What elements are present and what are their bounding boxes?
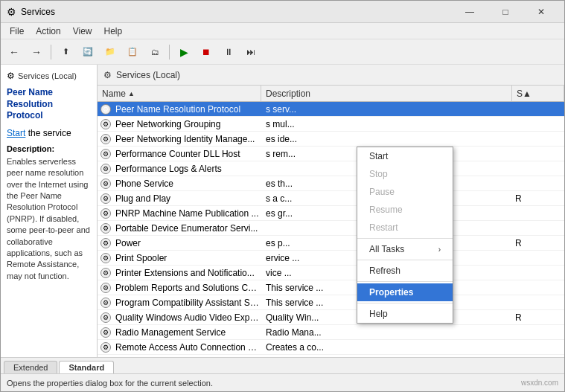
menu-bar: File Action View Help bbox=[1, 23, 564, 39]
service-name: Peer Name Resolution Protocol bbox=[112, 104, 263, 115]
toolbar-stop[interactable]: ⏹ bbox=[196, 42, 217, 62]
toolbar: ← → ⬆ 🔄 📁 📋 🗂 ▶ ⏹ ⏸ ⏭ bbox=[1, 39, 564, 65]
menu-action[interactable]: Action bbox=[30, 25, 66, 38]
service-icon: ⚙ bbox=[99, 222, 112, 235]
context-menu-item-stop: Stop bbox=[357, 165, 453, 183]
context-menu-item-start[interactable]: Start bbox=[357, 147, 453, 165]
context-menu-separator bbox=[357, 260, 453, 260]
service-row[interactable]: ⚙Peer Networking Identity Manage...es id… bbox=[98, 132, 564, 147]
toolbar-pause[interactable]: ⏸ bbox=[218, 42, 239, 62]
service-row[interactable]: ⚙Performance Logs & Alerts bbox=[98, 161, 564, 176]
col-header-name[interactable]: Name ▲ bbox=[98, 86, 261, 101]
left-service-title: Peer Name Resolution Protocol bbox=[7, 87, 91, 122]
toolbar-play[interactable]: ▶ bbox=[173, 42, 194, 62]
service-name: Power bbox=[112, 238, 263, 248]
left-panel: ⚙ Services (Local) Peer Name Resolution … bbox=[1, 65, 98, 357]
context-menu-separator bbox=[357, 238, 453, 239]
service-icon: ⚙ bbox=[99, 266, 112, 280]
maximize-button[interactable]: □ bbox=[488, 1, 523, 23]
service-name: Radio Management Service bbox=[112, 327, 263, 338]
service-description: Creates a co... bbox=[263, 342, 512, 353]
context-menu-item-pause: Pause bbox=[357, 183, 453, 201]
service-row[interactable]: ⚙Performance Counter DLL Hosts rem... bbox=[98, 147, 564, 161]
service-row[interactable]: ⚙Program Compatibility Assistant Service… bbox=[98, 295, 564, 310]
inner-panel-title: Services (Local) bbox=[116, 70, 180, 80]
context-menu-item-all-tasks[interactable]: All Tasks› bbox=[357, 240, 453, 258]
context-menu-item-properties[interactable]: Properties bbox=[357, 283, 453, 301]
service-name: Quality Windows Audio Video Experience bbox=[112, 312, 263, 323]
toolbar-restart[interactable]: ⏭ bbox=[240, 42, 261, 62]
service-row[interactable]: ⚙Poweres p...R bbox=[98, 236, 564, 251]
service-name: Peer Networking Identity Manage... bbox=[112, 134, 263, 144]
minimize-button[interactable]: — bbox=[453, 1, 487, 23]
service-row[interactable]: ⚙Quality Windows Audio Video ExperienceQ… bbox=[98, 310, 564, 325]
service-name: Phone Service bbox=[112, 179, 263, 189]
service-row[interactable]: ⚙Phone Servicees th... bbox=[98, 176, 564, 191]
context-menu-item-restart: Restart bbox=[357, 219, 453, 237]
link-suffix: the service bbox=[25, 128, 71, 138]
tab-standard[interactable]: Standard bbox=[59, 361, 114, 374]
service-row[interactable]: ⚙Peer Networking Groupings mul... bbox=[98, 117, 564, 132]
service-row[interactable]: ⚙Print Spoolerervice ... bbox=[98, 251, 564, 266]
service-icon: ⚙ bbox=[99, 207, 112, 220]
toolbar-forward[interactable]: → bbox=[26, 42, 47, 62]
status-bar: Opens the properties dialog box for the … bbox=[1, 373, 564, 391]
service-icon: ⚙ bbox=[99, 132, 112, 146]
service-name: PNRP Machine Name Publication ... bbox=[112, 208, 263, 219]
service-icon: ⚙ bbox=[99, 192, 112, 205]
service-row[interactable]: ⚙Peer Name Resolution Protocols serv... bbox=[98, 102, 564, 117]
tabs-bar: ExtendedStandard bbox=[1, 357, 564, 373]
toolbar-sep2 bbox=[169, 45, 170, 60]
toolbar-refresh[interactable]: 🔄 bbox=[77, 42, 98, 62]
service-icon: ⚙ bbox=[99, 103, 112, 116]
col-header-status[interactable]: S▲ bbox=[512, 86, 564, 101]
title-bar-icon: ⚙ bbox=[7, 6, 16, 18]
toolbar-back[interactable]: ← bbox=[4, 42, 25, 62]
col-header-description[interactable]: Description bbox=[261, 86, 512, 101]
toolbar-prop[interactable]: 🗂 bbox=[144, 42, 165, 62]
service-row[interactable]: ⚙Portable Device Enumerator Servi... bbox=[98, 221, 564, 236]
service-icon: ⚙ bbox=[99, 118, 112, 131]
service-icon: ⚙ bbox=[99, 311, 112, 324]
right-panel: ⚙ Services (Local) Name ▲ Description S▲… bbox=[98, 65, 564, 357]
service-row[interactable]: ⚙Remote Access Connection ManagerM... bbox=[98, 355, 564, 357]
column-headers: Name ▲ Description S▲ bbox=[98, 86, 564, 102]
service-row[interactable]: ⚙Printer Extensions and Notificatio...vi… bbox=[98, 266, 564, 280]
title-bar-left: ⚙ Services bbox=[7, 6, 55, 18]
tab-extended[interactable]: Extended bbox=[4, 361, 57, 373]
context-menu-item-help[interactable]: Help bbox=[357, 305, 453, 323]
service-icon: ⚙ bbox=[99, 341, 112, 354]
service-name: Plug and Play bbox=[112, 193, 263, 204]
services-list[interactable]: ⚙Peer Name Resolution Protocols serv...⚙… bbox=[98, 102, 564, 357]
service-icon: ⚙ bbox=[99, 162, 112, 176]
service-icon: ⚙ bbox=[99, 326, 112, 339]
menu-help[interactable]: Help bbox=[98, 25, 129, 38]
service-name: Portable Device Enumerator Servi... bbox=[112, 223, 263, 234]
service-name: Problem Reports and Solutions Control Pa… bbox=[112, 283, 263, 293]
service-row[interactable]: ⚙PNRP Machine Name Publication ...es gr.… bbox=[98, 206, 564, 221]
context-menu-item-refresh[interactable]: Refresh bbox=[357, 262, 453, 280]
service-row[interactable]: ⚙Remote Access Auto Connection ManagerCr… bbox=[98, 340, 564, 355]
toolbar-up[interactable]: ⬆ bbox=[55, 42, 76, 62]
toolbar-sep1 bbox=[51, 45, 51, 60]
col-sort-arrow: ▲ bbox=[128, 90, 135, 97]
title-bar-title: Services bbox=[21, 7, 55, 17]
menu-file[interactable]: File bbox=[4, 25, 30, 38]
service-name: Performance Counter DLL Host bbox=[112, 149, 263, 159]
left-panel-header: Services (Local) bbox=[18, 71, 77, 80]
service-name: Remote Access Connection Manager bbox=[112, 357, 263, 358]
toolbar-folder2[interactable]: 📋 bbox=[122, 42, 143, 62]
menu-view[interactable]: View bbox=[67, 25, 98, 38]
close-button[interactable]: ✕ bbox=[524, 1, 558, 23]
service-name: Peer Networking Grouping bbox=[112, 119, 263, 129]
toolbar-folder[interactable]: 📁 bbox=[100, 42, 121, 62]
left-panel-header-bar: ⚙ Services (Local) bbox=[7, 71, 91, 81]
service-row[interactable]: ⚙Plug and Plays a c...R bbox=[98, 191, 564, 206]
service-row[interactable]: ⚙Problem Reports and Solutions Control P… bbox=[98, 280, 564, 295]
left-panel-action: Start the service bbox=[7, 128, 91, 138]
context-menu-label: Refresh bbox=[369, 266, 400, 276]
start-link[interactable]: Start bbox=[7, 128, 25, 138]
context-menu-label: Pause bbox=[369, 187, 395, 197]
description-text: Enables serverless peer name resolution … bbox=[7, 156, 91, 282]
service-row[interactable]: ⚙Radio Management ServiceRadio Mana... bbox=[98, 325, 564, 340]
